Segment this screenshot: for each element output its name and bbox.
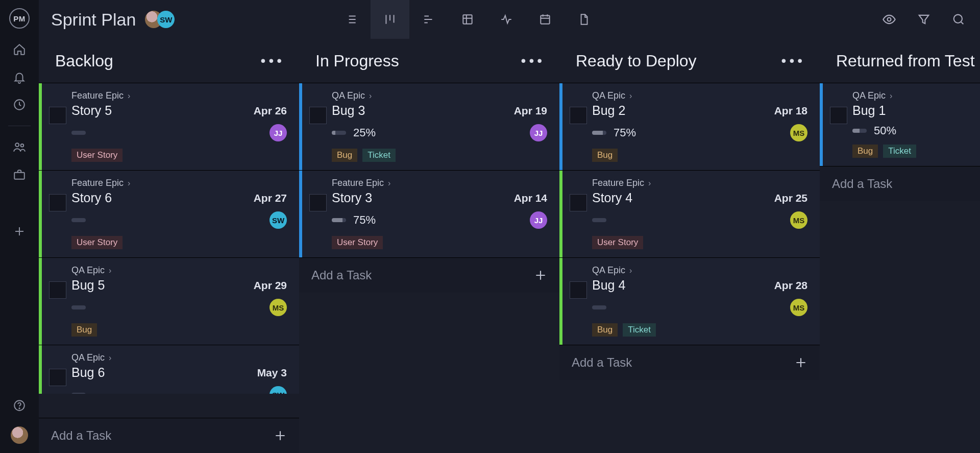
top-actions: [882, 12, 966, 27]
task-checkbox[interactable]: [570, 281, 587, 299]
task-card[interactable]: QA Epic›Bug 5Apr 29MSBug: [39, 257, 299, 345]
card-title: Bug 6: [71, 365, 257, 380]
assignee-avatar[interactable]: SW: [270, 386, 287, 394]
progress-row: 25%JJ: [332, 124, 547, 141]
bell-icon[interactable]: [13, 70, 26, 84]
help-icon[interactable]: [13, 399, 26, 412]
view-tab-calendar[interactable]: [526, 0, 565, 39]
view-tab-activity[interactable]: [487, 0, 526, 39]
add-task-button[interactable]: Add a Task: [39, 418, 299, 453]
epic-breadcrumb[interactable]: Feature Epic›: [592, 178, 807, 188]
card-due-date: Apr 29: [254, 279, 287, 292]
briefcase-icon[interactable]: [13, 168, 26, 181]
task-card[interactable]: QA Epic›Bug 150%BugTicket: [820, 83, 980, 166]
priority-stripe: [820, 83, 823, 166]
tag[interactable]: Bug: [592, 323, 618, 337]
add-task-button[interactable]: Add a Task: [299, 257, 559, 293]
progress-row: 75%MS: [592, 124, 807, 141]
add-task-button[interactable]: Add a Task: [820, 166, 980, 201]
assignee-avatar[interactable]: MS: [790, 124, 807, 141]
task-card[interactable]: QA Epic›Bug 6May 3SW: [39, 345, 299, 394]
viewer-avatar-initials[interactable]: SW: [157, 11, 175, 28]
add-task-label: Add a Task: [311, 268, 372, 282]
task-checkbox[interactable]: [49, 107, 66, 124]
card-title: Story 5: [71, 103, 254, 118]
progress-bar: [332, 218, 346, 222]
epic-breadcrumb[interactable]: QA Epic›: [852, 90, 980, 101]
eye-icon[interactable]: [882, 12, 896, 27]
epic-breadcrumb[interactable]: Feature Epic›: [71, 178, 287, 188]
tag[interactable]: User Story: [71, 236, 122, 249]
tag[interactable]: User Story: [592, 236, 643, 249]
epic-breadcrumb[interactable]: QA Epic›: [71, 352, 287, 363]
epic-breadcrumb[interactable]: QA Epic›: [592, 265, 807, 276]
chevron-right-icon: ›: [648, 179, 651, 188]
add-task-button[interactable]: Add a Task: [559, 345, 820, 380]
tag[interactable]: Ticket: [623, 323, 656, 337]
search-icon[interactable]: [951, 12, 966, 27]
column-menu-icon[interactable]: •••: [261, 53, 285, 69]
view-tab-list[interactable]: [332, 0, 371, 39]
task-card[interactable]: Feature Epic›Story 5Apr 26JJUser Story: [39, 83, 299, 170]
task-checkbox[interactable]: [570, 107, 587, 124]
home-icon[interactable]: [13, 43, 26, 56]
board-viewers[interactable]: SW: [145, 11, 175, 28]
add-project-icon[interactable]: [13, 225, 26, 237]
tag[interactable]: Ticket: [362, 149, 396, 162]
clock-icon[interactable]: [13, 98, 26, 111]
progress-row: SW: [71, 211, 287, 229]
progress-row: 50%: [852, 124, 980, 137]
task-card[interactable]: QA Epic›Bug 4Apr 28MSBugTicket: [559, 257, 820, 345]
column-menu-icon[interactable]: •••: [521, 53, 545, 69]
task-card[interactable]: QA Epic›Bug 3Apr 1925%JJBugTicket: [299, 83, 559, 170]
tag[interactable]: User Story: [71, 149, 122, 162]
task-card[interactable]: Feature Epic›Story 3Apr 1475%JJUser Stor…: [299, 170, 559, 257]
plus-icon: [274, 429, 287, 442]
epic-breadcrumb[interactable]: Feature Epic›: [71, 90, 287, 101]
people-icon[interactable]: [13, 140, 26, 154]
assignee-avatar[interactable]: JJ: [270, 124, 287, 141]
assignee-avatar[interactable]: MS: [270, 299, 287, 316]
board-title: Sprint Plan: [51, 10, 136, 30]
column-menu-icon[interactable]: •••: [781, 53, 805, 69]
view-tab-board[interactable]: [371, 0, 409, 39]
epic-label: QA Epic: [852, 90, 886, 101]
task-checkbox[interactable]: [309, 194, 327, 211]
svg-point-8: [888, 18, 891, 21]
tag[interactable]: Bug: [71, 323, 97, 337]
view-tab-file[interactable]: [565, 0, 603, 39]
view-tab-sheet[interactable]: [448, 0, 487, 39]
task-card[interactable]: Feature Epic›Story 4Apr 25MSUser Story: [559, 170, 820, 257]
current-user-avatar[interactable]: [11, 426, 28, 444]
epic-breadcrumb[interactable]: QA Epic›: [592, 90, 807, 101]
tag[interactable]: Bug: [592, 149, 618, 162]
task-checkbox[interactable]: [570, 194, 587, 211]
epic-breadcrumb[interactable]: QA Epic›: [332, 90, 547, 101]
task-checkbox[interactable]: [830, 107, 847, 124]
task-card[interactable]: QA Epic›Bug 2Apr 1875%MSBug: [559, 83, 820, 170]
plus-icon: [794, 356, 807, 369]
priority-stripe: [39, 171, 42, 257]
filter-icon[interactable]: [917, 12, 931, 27]
assignee-avatar[interactable]: MS: [790, 299, 807, 316]
assignee-avatar[interactable]: JJ: [530, 124, 547, 141]
assignee-avatar[interactable]: SW: [270, 211, 287, 229]
priority-stripe: [559, 258, 562, 345]
epic-breadcrumb[interactable]: Feature Epic›: [332, 178, 547, 188]
assignee-avatar[interactable]: JJ: [530, 211, 547, 229]
task-card[interactable]: Feature Epic›Story 6Apr 27SWUser Story: [39, 170, 299, 257]
task-checkbox[interactable]: [49, 194, 66, 211]
tag[interactable]: Ticket: [883, 145, 916, 158]
task-checkbox[interactable]: [309, 107, 327, 124]
app-logo[interactable]: PM: [9, 8, 30, 29]
chevron-right-icon: ›: [128, 91, 130, 101]
task-checkbox[interactable]: [49, 369, 66, 386]
task-checkbox[interactable]: [49, 281, 66, 299]
tag[interactable]: User Story: [332, 236, 383, 249]
tag[interactable]: Bug: [332, 149, 357, 162]
tag[interactable]: Bug: [852, 145, 878, 158]
epic-breadcrumb[interactable]: QA Epic›: [71, 265, 287, 276]
assignee-avatar[interactable]: MS: [790, 211, 807, 229]
view-tab-gantt[interactable]: [409, 0, 448, 39]
card-due-date: Apr 19: [514, 105, 547, 117]
